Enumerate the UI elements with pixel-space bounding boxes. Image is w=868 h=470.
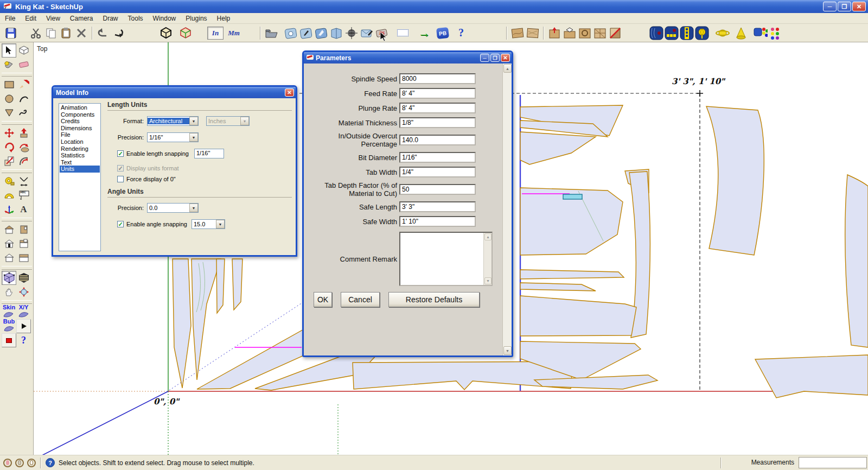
phlat-help-icon[interactable]: ?: [454, 26, 469, 41]
part-strip-2[interactable]: [232, 259, 242, 310]
nav-units[interactable]: Units: [60, 166, 100, 173]
menu-window[interactable]: Window: [148, 14, 181, 23]
claim-status-icon[interactable]: [27, 459, 36, 467]
nav-file[interactable]: File: [60, 131, 100, 138]
ok-button[interactable]: OK: [314, 292, 332, 307]
chevron-down-icon[interactable]: ▼: [189, 117, 198, 125]
circle-tool-icon[interactable]: [2, 92, 16, 106]
part-strip-3[interactable]: [520, 270, 624, 279]
chevron-down-icon[interactable]: ▼: [189, 133, 198, 142]
undo-icon[interactable]: [95, 26, 111, 41]
line-tool-icon[interactable]: [16, 78, 31, 92]
scroll-down-icon[interactable]: ▼: [484, 277, 492, 284]
scroll-up-icon[interactable]: ▲: [484, 233, 492, 240]
measurements-input[interactable]: [799, 457, 867, 468]
film-frames-icon[interactable]: [664, 26, 679, 41]
polygon-tool-icon[interactable]: [2, 106, 16, 120]
push-pull-tool-icon[interactable]: [16, 126, 31, 140]
sandbox-flip-edge-icon[interactable]: [608, 26, 623, 41]
force-display-checkbox[interactable]: [117, 176, 124, 182]
model-info-nav-list[interactable]: Animation Components Credits Dimensions …: [59, 103, 101, 251]
plunge-rate-input[interactable]: 8' 4": [399, 103, 476, 113]
panel-tool-icon[interactable]: [16, 223, 31, 237]
film-globe-icon[interactable]: [694, 26, 710, 41]
house-roof-tool-icon[interactable]: [2, 223, 16, 237]
freehand-tool-icon[interactable]: [16, 106, 31, 120]
phlat-cut-icon[interactable]: [314, 26, 329, 41]
pan-hand-icon[interactable]: [2, 285, 16, 299]
nav-credits[interactable]: Credits: [60, 118, 100, 125]
part-strip-4[interactable]: [520, 283, 596, 291]
copy-icon[interactable]: [43, 26, 59, 41]
bit-diameter-input[interactable]: 1/16": [399, 152, 476, 163]
overcut-percentage-input[interactable]: 140.0: [399, 135, 476, 145]
part-strip-1[interactable]: [216, 259, 225, 313]
select-marquee-icon[interactable]: [395, 26, 410, 41]
stop-button-icon[interactable]: [2, 333, 16, 347]
material-thickness-input[interactable]: 1/8": [399, 117, 476, 128]
menu-tools[interactable]: Tools: [123, 14, 148, 23]
scale-tool-icon[interactable]: [2, 154, 16, 168]
parameters-titlebar[interactable]: Parameters ─ ❐ ✕: [304, 52, 512, 63]
texture-palette-icon[interactable]: [753, 26, 768, 41]
parameters-close-icon[interactable]: ✕: [501, 54, 510, 62]
paste-icon[interactable]: [59, 26, 74, 41]
geolocation-status-icon[interactable]: [3, 459, 12, 467]
zoom-extents-icon[interactable]: [16, 285, 31, 299]
move-tool-icon[interactable]: [2, 126, 16, 140]
menu-camera[interactable]: Camera: [65, 14, 98, 23]
units-mm-button[interactable]: Mm: [226, 27, 242, 40]
rotate-tool-icon[interactable]: [2, 140, 16, 154]
play-button-icon[interactable]: [16, 319, 31, 333]
phlat-open-folder-icon[interactable]: [264, 26, 279, 41]
house-door-tool-icon[interactable]: [2, 237, 16, 251]
part-edge-right[interactable]: [845, 175, 868, 347]
nav-dimensions[interactable]: Dimensions: [60, 125, 100, 132]
rectangle-tool-icon[interactable]: [2, 78, 16, 92]
sandbox-drape-icon[interactable]: [577, 26, 592, 41]
erase-icon[interactable]: [74, 26, 89, 41]
text-tool-icon[interactable]: ABC: [16, 188, 31, 202]
nav-statistics[interactable]: Statistics: [60, 152, 100, 159]
part-blade-1[interactable]: [173, 259, 191, 388]
model-info-close-icon[interactable]: ✕: [285, 88, 294, 97]
selected-tab-rect[interactable]: [563, 194, 582, 199]
scroll-down-icon[interactable]: ▼: [503, 346, 512, 355]
go-arrow-icon[interactable]: →: [417, 26, 432, 41]
tab-depth-factor-input[interactable]: 50: [399, 184, 476, 195]
film-strip-icon[interactable]: [679, 26, 694, 41]
menu-draw[interactable]: Draw: [98, 14, 123, 23]
xray-cube-icon[interactable]: [2, 271, 16, 285]
part-panel-3[interactable]: [520, 132, 596, 164]
axes-tool-icon[interactable]: [2, 202, 16, 217]
menu-help[interactable]: Help: [212, 14, 235, 23]
chevron-down-icon[interactable]: ▼: [216, 220, 225, 228]
model-info-titlebar[interactable]: Model Info ✕: [53, 87, 296, 98]
restore-defaults-button[interactable]: Restore Defaults: [388, 292, 480, 307]
menu-edit[interactable]: Edit: [20, 14, 41, 23]
length-snapping-checkbox[interactable]: ✓: [117, 150, 124, 157]
film-camera-icon[interactable]: [649, 26, 664, 41]
save-icon[interactable]: [3, 26, 18, 41]
threed-text-tool-icon[interactable]: A: [16, 202, 31, 217]
make-component-icon[interactable]: [16, 43, 31, 58]
cut-icon[interactable]: [28, 26, 43, 41]
parameters-scrollbar[interactable]: ▲ ▼: [502, 63, 512, 355]
house-wide-tool-icon[interactable]: [16, 251, 31, 265]
eraser-icon[interactable]: [16, 58, 31, 72]
saturn-icon[interactable]: [715, 26, 730, 41]
format-dropdown[interactable]: Architectural ▼: [147, 116, 199, 126]
sandbox-from-contours-icon[interactable]: [510, 26, 525, 41]
shaded-cube-icon[interactable]: [16, 271, 31, 285]
parameters-maximize-icon[interactable]: ❐: [490, 54, 500, 62]
chevron-down-icon[interactable]: ▼: [189, 204, 198, 212]
nav-text[interactable]: Text: [60, 159, 100, 166]
feed-rate-input[interactable]: 8' 4": [399, 88, 476, 99]
dimension-tool-icon[interactable]: [16, 174, 31, 188]
house-window-tool-icon[interactable]: [16, 237, 31, 251]
nav-rendering[interactable]: Rendering: [60, 145, 100, 153]
arc-tool-icon[interactable]: [16, 92, 31, 106]
menu-file[interactable]: File: [0, 14, 20, 23]
redo-icon[interactable]: [111, 26, 126, 41]
menu-view[interactable]: View: [41, 14, 65, 23]
